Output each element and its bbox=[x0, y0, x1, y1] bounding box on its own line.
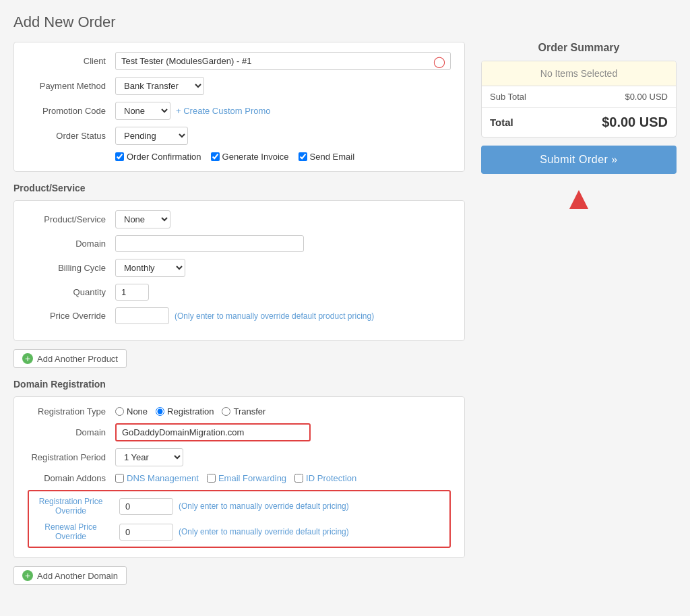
payment-method-row: Payment Method Bank Transfer Credit Card… bbox=[28, 77, 451, 95]
product-panel: Product/Service None Domain Billing Cycl… bbox=[13, 200, 465, 341]
renewal-price-override-hint: (Only enter to manually override default… bbox=[179, 527, 349, 536]
price-override-input[interactable] bbox=[115, 307, 169, 324]
billing-cycle-label: Billing Cycle bbox=[28, 263, 115, 273]
price-override-hint: (Only enter to manually override default… bbox=[175, 311, 374, 321]
id-prot-checkbox[interactable] bbox=[294, 474, 303, 483]
reg-type-radio-group: None Registration Transfer bbox=[115, 406, 265, 417]
send-email-label: Send Email bbox=[310, 152, 354, 162]
submit-order-button[interactable]: Submit Order » bbox=[481, 146, 677, 174]
quantity-input[interactable] bbox=[115, 284, 149, 301]
domain-addons-checkboxes: DNS Management Email Forwarding ID Prote… bbox=[115, 473, 356, 483]
email-fwd-text: Email Forwarding bbox=[218, 473, 286, 483]
payment-method-select[interactable]: Bank Transfer Credit Card PayPal bbox=[115, 77, 204, 95]
gen-invoice-label: Generate Invoice bbox=[222, 152, 289, 162]
left-column: Client ◯ Payment Method Bank Transfer Cr… bbox=[13, 42, 465, 596]
domain-reg-domain-row: Domain bbox=[28, 423, 451, 441]
payment-method-label: Payment Method bbox=[28, 81, 115, 91]
reg-price-override-row: Registration Price Override (Only enter … bbox=[32, 497, 447, 516]
subtotal-label: Sub Total bbox=[490, 92, 526, 102]
reg-period-label: Registration Period bbox=[28, 452, 115, 462]
renewal-price-override-row: Renewal Price Override (Only enter to ma… bbox=[32, 522, 447, 541]
add-domain-label: Add Another Domain bbox=[37, 571, 118, 581]
reg-type-row: Registration Type None Registration Tran… bbox=[28, 406, 451, 417]
dns-mgmt-label[interactable]: DNS Management bbox=[115, 473, 199, 483]
domain-reg-domain-input[interactable] bbox=[115, 423, 311, 441]
reg-type-none-radio[interactable] bbox=[115, 407, 124, 416]
subtotal-value: $0.00 USD bbox=[625, 92, 668, 102]
order-status-select[interactable]: Pending Active Cancelled bbox=[115, 127, 188, 145]
reg-type-registration-label[interactable]: Registration bbox=[156, 406, 214, 417]
product-select-row: Product/Service None bbox=[28, 210, 451, 228]
add-domain-icon: + bbox=[22, 570, 33, 581]
right-column: Order Summary No Items Selected Sub Tota… bbox=[481, 42, 677, 214]
reg-type-registration-text: Registration bbox=[167, 406, 214, 417]
dns-mgmt-text: DNS Management bbox=[127, 473, 199, 483]
dns-mgmt-checkbox[interactable] bbox=[115, 474, 124, 483]
promo-code-controls: None + Create Custom Promo bbox=[115, 102, 271, 120]
add-product-label: Add Another Product bbox=[37, 354, 118, 364]
order-confirm-checkbox[interactable] bbox=[115, 152, 124, 161]
price-override-label: Price Override bbox=[28, 311, 115, 321]
domain-addons-label: Domain Addons bbox=[28, 473, 115, 483]
promo-code-label: Promotion Code bbox=[28, 106, 115, 116]
send-email-checkbox-label[interactable]: Send Email bbox=[299, 152, 354, 162]
product-domain-label: Domain bbox=[28, 239, 115, 249]
order-status-label: Order Status bbox=[28, 131, 115, 141]
create-promo-link[interactable]: + Create Custom Promo bbox=[176, 106, 271, 116]
order-summary-title: Order Summary bbox=[481, 42, 677, 54]
add-product-icon: + bbox=[22, 353, 33, 364]
order-summary-box: No Items Selected Sub Total $0.00 USD To… bbox=[481, 61, 677, 137]
domain-reg-domain-label: Domain bbox=[28, 427, 115, 437]
domain-registration-section-title: Domain Registration bbox=[13, 379, 465, 390]
add-domain-button[interactable]: + Add Another Domain bbox=[13, 566, 127, 585]
promo-code-row: Promotion Code None + Create Custom Prom… bbox=[28, 102, 451, 120]
reg-price-override-label: Registration Price Override bbox=[32, 497, 119, 516]
arrow-up-indicator: ▲ bbox=[481, 182, 677, 214]
reg-type-transfer-text: Transfer bbox=[233, 406, 265, 417]
email-fwd-label[interactable]: Email Forwarding bbox=[207, 473, 286, 483]
reg-type-none-text: None bbox=[127, 406, 148, 417]
reg-type-transfer-radio[interactable] bbox=[222, 407, 230, 416]
promo-code-select[interactable]: None bbox=[115, 102, 170, 120]
order-status-row: Order Status Pending Active Cancelled bbox=[28, 127, 451, 145]
email-fwd-checkbox[interactable] bbox=[207, 474, 216, 483]
reg-type-registration-radio[interactable] bbox=[156, 407, 164, 416]
no-items-bar: No Items Selected bbox=[482, 61, 676, 86]
order-confirm-checkbox-label[interactable]: Order Confirmation bbox=[115, 152, 201, 162]
renewal-price-override-label: Renewal Price Override bbox=[32, 522, 119, 541]
domain-panel: Registration Type None Registration Tran… bbox=[13, 396, 465, 558]
reg-type-none-label[interactable]: None bbox=[115, 406, 148, 417]
order-confirm-label: Order Confirmation bbox=[127, 152, 201, 162]
total-value: $0.00 USD bbox=[602, 115, 668, 130]
reg-price-override-input[interactable] bbox=[119, 498, 173, 515]
renewal-price-override-input[interactable] bbox=[119, 524, 173, 541]
gen-invoice-checkbox[interactable] bbox=[211, 152, 220, 161]
id-prot-text: ID Protection bbox=[306, 473, 356, 483]
subtotal-row: Sub Total $0.00 USD bbox=[482, 86, 676, 108]
total-label: Total bbox=[490, 117, 513, 128]
send-email-checkbox[interactable] bbox=[299, 152, 307, 161]
checkboxes-row: Order Confirmation Generate Invoice Send… bbox=[28, 152, 451, 162]
product-domain-input[interactable] bbox=[115, 235, 304, 252]
gen-invoice-checkbox-label[interactable]: Generate Invoice bbox=[211, 152, 289, 162]
price-override-section: Registration Price Override (Only enter … bbox=[28, 490, 451, 548]
quantity-label: Quantity bbox=[28, 287, 115, 297]
quantity-row: Quantity bbox=[28, 284, 451, 301]
client-row: Client ◯ bbox=[28, 52, 451, 70]
billing-cycle-select[interactable]: Monthly Annually Quarterly bbox=[115, 259, 185, 277]
add-product-button[interactable]: + Add Another Product bbox=[13, 349, 127, 368]
billing-cycle-row: Billing Cycle Monthly Annually Quarterly bbox=[28, 259, 451, 277]
product-select-label: Product/Service bbox=[28, 214, 115, 224]
reg-period-row: Registration Period 1 Year 2 Years 3 Yea… bbox=[28, 448, 451, 466]
reg-type-transfer-label[interactable]: Transfer bbox=[222, 406, 265, 417]
reg-price-override-hint: (Only enter to manually override default… bbox=[179, 501, 349, 511]
reg-period-select[interactable]: 1 Year 2 Years 3 Years 5 Years 10 Years bbox=[115, 448, 183, 466]
reg-type-label: Registration Type bbox=[28, 406, 115, 417]
reg-period-wrap: 1 Year 2 Years 3 Years 5 Years 10 Years bbox=[115, 448, 183, 466]
product-select[interactable]: None bbox=[115, 210, 170, 228]
price-override-row: Price Override (Only enter to manually o… bbox=[28, 307, 451, 324]
product-domain-row: Domain bbox=[28, 235, 451, 252]
client-input[interactable] bbox=[115, 52, 451, 70]
page-title: Add New Order bbox=[13, 13, 677, 31]
id-prot-label[interactable]: ID Protection bbox=[294, 473, 356, 483]
